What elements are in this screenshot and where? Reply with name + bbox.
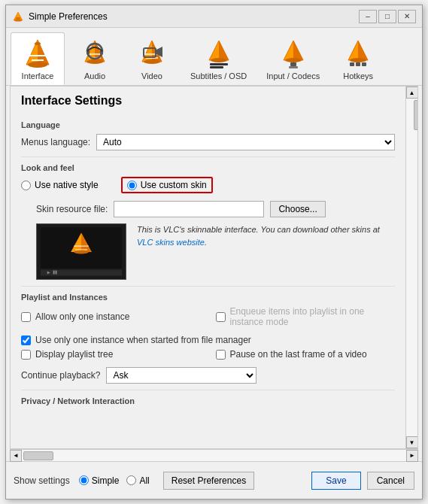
- tab-audio-label: Audio: [84, 71, 105, 80]
- svg-rect-33: [289, 66, 298, 68]
- allow-only-one-row: Allow only one instance: [21, 306, 201, 327]
- custom-skin-option[interactable]: Use custom skin: [121, 177, 213, 193]
- content-scroll[interactable]: Interface Settings Language Menus langua…: [11, 87, 405, 448]
- hotkeys-tab-icon: [342, 38, 374, 69]
- continue-select[interactable]: Ask Always Never: [106, 367, 256, 384]
- simple-radio[interactable]: [79, 475, 89, 485]
- menus-language-select[interactable]: Auto English French German: [96, 134, 395, 150]
- horizontal-scrollbar[interactable]: ◄ ►: [10, 449, 418, 461]
- display-playlist-checkbox[interactable]: [21, 350, 31, 360]
- minimize-button[interactable]: –: [359, 10, 377, 23]
- tab-hotkeys[interactable]: Hotkeys: [331, 32, 385, 85]
- vertical-scrollbar[interactable]: ▲ ▼: [405, 87, 417, 448]
- continue-row: Continue playback? Ask Always Never: [21, 367, 395, 384]
- pause-last-frame-checkbox[interactable]: [216, 350, 226, 360]
- native-style-option[interactable]: Use native style: [21, 180, 99, 190]
- divider-3: [21, 390, 395, 390]
- skin-preview-desc: This is VLC's skinnable interface. You c…: [137, 223, 395, 248]
- all-option[interactable]: All: [126, 475, 149, 486]
- enqueue-items-label: Enqueue items into playlist in one insta…: [230, 306, 396, 327]
- reset-preferences-button[interactable]: Reset Preferences: [163, 472, 254, 490]
- tab-interface[interactable]: Interface: [11, 32, 65, 85]
- bottom-bar: Show settings Simple All Reset Preferenc…: [6, 461, 422, 499]
- tab-subtitles[interactable]: Subtitles / OSD: [182, 32, 255, 85]
- scroll-down-arrow[interactable]: ▼: [406, 436, 418, 448]
- main-window: Simple Preferences – □ ✕ Interface: [5, 5, 423, 499]
- tab-video-label: Video: [141, 71, 162, 80]
- svg-rect-47: [41, 270, 122, 276]
- svg-point-46: [74, 250, 89, 254]
- scroll-right-arrow[interactable]: ►: [406, 450, 418, 462]
- skin-desc-text2: .: [205, 238, 207, 247]
- divider-1: [21, 156, 395, 157]
- all-label: All: [139, 475, 149, 486]
- content-inner: Interface Settings Language Menus langua…: [11, 87, 405, 433]
- title-bar-buttons: – □ ✕: [359, 10, 416, 23]
- svg-point-26: [211, 58, 227, 62]
- tab-input[interactable]: Input / Codecs: [258, 32, 328, 85]
- svg-point-31: [285, 58, 302, 62]
- cancel-button[interactable]: Cancel: [367, 472, 414, 490]
- language-section-label: Language: [21, 120, 395, 129]
- svg-point-21: [144, 59, 160, 64]
- enqueue-items-checkbox[interactable]: [216, 312, 226, 322]
- playlist-section-label: Playlist and Instances: [21, 293, 395, 302]
- subtitles-tab-icon: [203, 38, 235, 69]
- svg-rect-50: [56, 271, 57, 275]
- tab-interface-label: Interface: [22, 71, 54, 80]
- custom-skin-label: Use custom skin: [141, 180, 207, 190]
- hscroll-thumb[interactable]: [23, 451, 53, 460]
- close-button[interactable]: ✕: [398, 10, 416, 23]
- skin-choose-button[interactable]: Choose...: [270, 201, 325, 217]
- svg-rect-28: [210, 66, 223, 68]
- look-feel-section: Use native style Use custom skin Skin re…: [21, 177, 395, 280]
- privacy-section-label: Privacy / Network Interaction: [21, 396, 395, 405]
- skin-radio-group: Use native style Use custom skin: [21, 177, 395, 193]
- tab-audio[interactable]: Audio: [68, 32, 122, 85]
- tab-video[interactable]: Video: [125, 32, 179, 85]
- skin-resource-input[interactable]: [114, 201, 264, 217]
- maximize-button[interactable]: □: [378, 10, 396, 23]
- menus-language-row: Menus language: Auto English French Germ…: [21, 134, 395, 150]
- input-tab-icon: [278, 38, 309, 69]
- display-playlist-row: Display playlist tree: [21, 349, 201, 360]
- tab-subtitles-label: Subtitles / OSD: [190, 71, 247, 80]
- allow-only-one-label: Allow only one instance: [35, 311, 129, 322]
- tab-hotkeys-label: Hotkeys: [343, 71, 373, 80]
- interface-tab-icon: [22, 38, 53, 69]
- use-only-one-label: Use only one instance when started from …: [35, 335, 251, 345]
- playlist-row1: Allow only one instance Enqueue items in…: [21, 306, 395, 331]
- skin-resource-label: Skin resource file:: [36, 204, 108, 214]
- custom-skin-radio[interactable]: [127, 181, 137, 190]
- scroll-up-arrow[interactable]: ▲: [406, 87, 418, 99]
- menus-language-label: Menus language:: [21, 137, 90, 147]
- nav-tabs: Interface Audio: [6, 28, 422, 86]
- playlist-section: Allow only one instance Enqueue items in…: [21, 306, 395, 384]
- skin-desc-text1: This is VLC's skinnable interface. You c…: [137, 225, 380, 234]
- svg-rect-39: [362, 62, 366, 66]
- svg-point-8: [35, 42, 41, 45]
- save-button[interactable]: Save: [311, 472, 360, 490]
- svg-point-7: [28, 62, 47, 68]
- scroll-thumb[interactable]: [414, 100, 419, 130]
- native-style-radio[interactable]: [21, 181, 31, 190]
- simple-option[interactable]: Simple: [79, 475, 120, 486]
- pause-last-frame-row: Pause on the last frame of a video: [216, 349, 396, 360]
- show-settings-label: Show settings: [14, 475, 70, 486]
- svg-rect-37: [350, 62, 354, 66]
- content-wrapper: Interface Settings Language Menus langua…: [10, 86, 418, 449]
- scroll-left-arrow[interactable]: ◄: [10, 450, 22, 462]
- audio-tab-icon: [79, 38, 111, 69]
- page-title: Interface Settings: [21, 94, 395, 113]
- use-only-one-checkbox[interactable]: [21, 335, 31, 345]
- skin-link[interactable]: VLC skins website: [137, 238, 205, 247]
- svg-rect-27: [210, 63, 228, 65]
- video-tab-icon: [136, 38, 168, 69]
- svg-rect-32: [290, 62, 296, 66]
- allow-only-one-checkbox[interactable]: [21, 312, 31, 322]
- display-playlist-label: Display playlist tree: [35, 349, 113, 360]
- title-bar-text: Simple Preferences: [29, 11, 359, 22]
- all-radio[interactable]: [126, 475, 136, 485]
- svg-rect-49: [53, 271, 55, 275]
- native-style-label: Use native style: [35, 180, 99, 190]
